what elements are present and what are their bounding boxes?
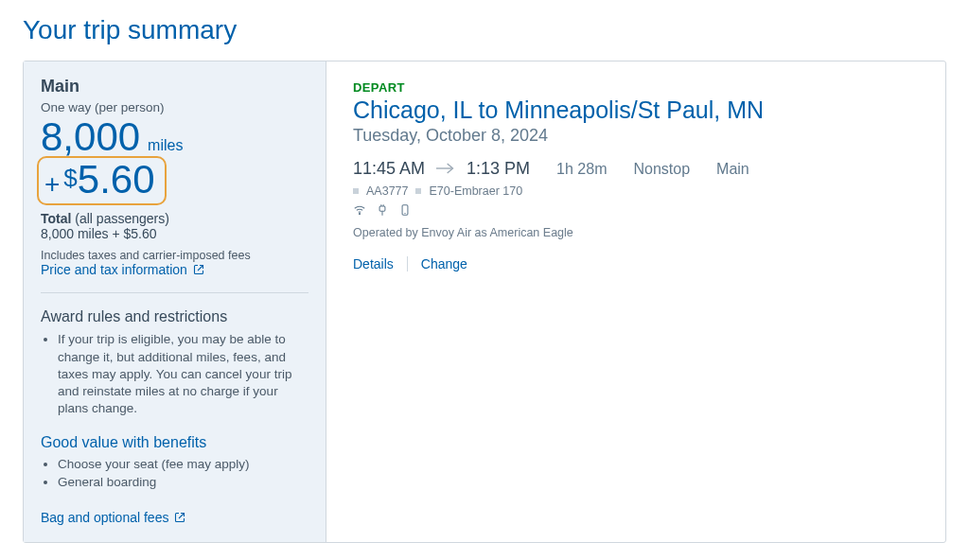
- external-link-icon: [174, 512, 185, 523]
- svg-point-1: [359, 214, 360, 215]
- total-value: 8,000 miles + $5.60: [41, 226, 308, 241]
- depart-label: DEPART: [353, 80, 919, 95]
- benefit-item: General boarding: [58, 475, 308, 489]
- device-icon: [398, 203, 412, 217]
- miles-value: 8,000: [41, 116, 140, 158]
- benefits-title: Good value with benefits: [41, 434, 308, 451]
- sidebar-divider: [41, 292, 308, 293]
- trip-summary-container: Your trip summary Main One way (per pers…: [0, 0, 969, 543]
- cabin: Main: [716, 161, 749, 178]
- bullet-icon: [353, 188, 359, 194]
- rules-list: If your trip is eligible, you may be abl…: [41, 331, 308, 417]
- operated-by: Operated by Envoy Air as American Eagle: [353, 226, 919, 239]
- benefits-list: Choose your seat (fee may apply) General…: [41, 457, 308, 489]
- cash-plus: +: [44, 169, 60, 200]
- arrow-right-icon: [436, 162, 455, 175]
- flight-number: AA3777: [366, 184, 408, 198]
- cash-highlight-box: + $ 5.60: [37, 156, 167, 205]
- benefit-item: Choose your seat (fee may apply): [58, 457, 308, 471]
- total-qualifier: (all passengers): [75, 211, 169, 226]
- total-label: Total: [41, 211, 71, 226]
- action-links: Details Change: [353, 256, 919, 271]
- total-line: Total (all passengers): [41, 211, 308, 226]
- bag-fees-link-label: Bag and optional fees: [41, 510, 168, 525]
- flight-details-panel: DEPART Chicago, IL to Minneapolis/St Pau…: [326, 61, 945, 542]
- details-link[interactable]: Details: [353, 256, 394, 271]
- page-title: Your trip summary: [23, 15, 946, 45]
- price-tax-link[interactable]: Price and tax information: [41, 262, 204, 277]
- bullet-icon: [415, 188, 421, 194]
- power-icon: [376, 203, 389, 217]
- miles-row: 8,000 miles: [41, 116, 308, 158]
- rules-text: If your trip is eligible, you may be abl…: [58, 331, 308, 417]
- cash-amount: 5.60: [78, 158, 155, 201]
- time-block: 11:45 AM 1:13 PM: [353, 159, 530, 179]
- price-tax-link-label: Price and tax information: [41, 262, 187, 277]
- fare-name: Main: [41, 77, 308, 96]
- stops: Nonstop: [633, 161, 690, 178]
- arrival-time: 1:13 PM: [467, 159, 530, 179]
- change-link[interactable]: Change: [421, 256, 467, 271]
- trip-card: Main One way (per person) 8,000 miles + …: [23, 61, 946, 543]
- date-text: Tuesday, October 8, 2024: [353, 126, 919, 146]
- vertical-separator: [407, 256, 408, 271]
- cash-dollar: $: [63, 164, 77, 193]
- rules-title: Award rules and restrictions: [41, 308, 308, 325]
- external-link-icon: [193, 264, 204, 275]
- miles-suffix: miles: [148, 137, 183, 154]
- fare-subtext: One way (per person): [41, 100, 308, 114]
- flight-meta: AA3777 E70-Embraer 170: [353, 184, 919, 198]
- duration: 1h 28m: [556, 161, 607, 178]
- svg-rect-2: [379, 206, 385, 211]
- amenities-row: [353, 203, 919, 217]
- aircraft-type: E70-Embraer 170: [429, 184, 522, 198]
- wifi-icon: [353, 203, 366, 217]
- bag-fees-link[interactable]: Bag and optional fees: [41, 510, 185, 525]
- fare-sidebar: Main One way (per person) 8,000 miles + …: [24, 61, 326, 542]
- route-text: Chicago, IL to Minneapolis/St Paul, MN: [353, 96, 919, 124]
- departure-time: 11:45 AM: [353, 159, 425, 179]
- flight-row: 11:45 AM 1:13 PM 1h 28m Nonstop Main: [353, 159, 919, 179]
- includes-text: Includes taxes and carrier-imposed fees: [41, 249, 308, 262]
